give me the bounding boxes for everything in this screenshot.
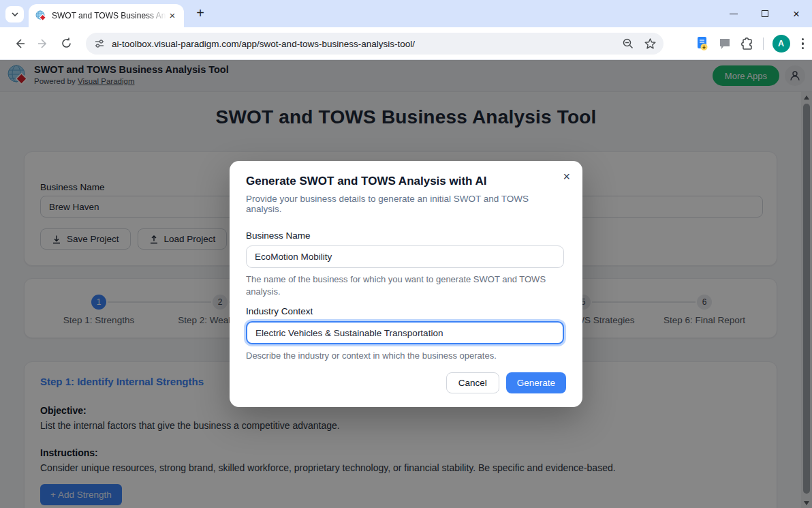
url-text[interactable]: ai-toolbox.visual-paradigm.com/app/swot-…	[112, 39, 415, 49]
back-arrow-icon	[14, 38, 26, 50]
chevron-down-icon	[11, 10, 19, 18]
docs-offline-extension-icon[interactable]	[696, 36, 709, 51]
profile-avatar[interactable]: A	[772, 35, 790, 53]
modal-business-name-help: The name of the business for which you w…	[246, 273, 552, 297]
window-close-button[interactable]: ×	[781, 0, 812, 27]
window-maximize-button[interactable]	[749, 0, 781, 27]
window-controls: ×	[718, 0, 812, 27]
cancel-button[interactable]: Cancel	[446, 372, 499, 393]
modal-title: Generate SWOT and TOWS Analysis with AI	[246, 175, 566, 188]
app-viewport: SWOT and TOWS Business Analysis Tool Pow…	[0, 60, 812, 508]
extensions-area: A	[696, 33, 807, 55]
browser-tab[interactable]: SWOT and TOWS Business Analy ×	[29, 4, 184, 27]
modal-industry-input[interactable]	[246, 321, 564, 344]
generate-button[interactable]: Generate	[506, 372, 566, 393]
reload-icon	[61, 38, 72, 49]
reload-button[interactable]	[54, 32, 78, 55]
window-minimize-button[interactable]	[718, 0, 749, 27]
modal-business-name-input[interactable]	[246, 245, 564, 268]
tab-title: SWOT and TOWS Business Analy	[52, 11, 166, 20]
site-settings-icon	[94, 38, 105, 49]
minimize-icon	[730, 14, 738, 14]
chat-bubble-extension-icon[interactable]	[718, 37, 732, 50]
modal-close-icon[interactable]: ×	[563, 170, 570, 183]
forward-arrow-icon	[37, 38, 49, 50]
browser-toolbar: ai-toolbox.visual-paradigm.com/app/swot-…	[0, 27, 812, 60]
modal-industry-label: Industry Context	[246, 306, 566, 316]
forward-button[interactable]	[31, 32, 54, 55]
new-tab-button[interactable]: +	[193, 6, 208, 21]
zoom-out-icon[interactable]	[622, 38, 634, 50]
address-bar[interactable]: ai-toolbox.visual-paradigm.com/app/swot-…	[86, 33, 663, 55]
bookmark-star-icon[interactable]	[644, 38, 657, 50]
generate-analysis-modal: Generate SWOT and TOWS Analysis with AI …	[230, 161, 582, 407]
tab-close-icon[interactable]: ×	[166, 10, 178, 22]
maximize-icon	[762, 10, 768, 17]
back-button[interactable]	[8, 32, 31, 55]
favicon-visual-paradigm	[35, 10, 46, 21]
toolbar-divider	[763, 38, 764, 50]
extensions-puzzle-icon[interactable]	[740, 37, 754, 50]
browser-menu-button[interactable]	[799, 35, 807, 53]
modal-description: Provide your business details to generat…	[246, 194, 566, 214]
modal-industry-help: Describe the industry or context in whic…	[246, 350, 552, 362]
modal-business-name-label: Business Name	[246, 230, 566, 241]
tab-search-button[interactable]	[5, 6, 24, 23]
close-icon: ×	[793, 8, 800, 20]
browser-tab-strip: SWOT and TOWS Business Analy × + ×	[0, 0, 812, 27]
